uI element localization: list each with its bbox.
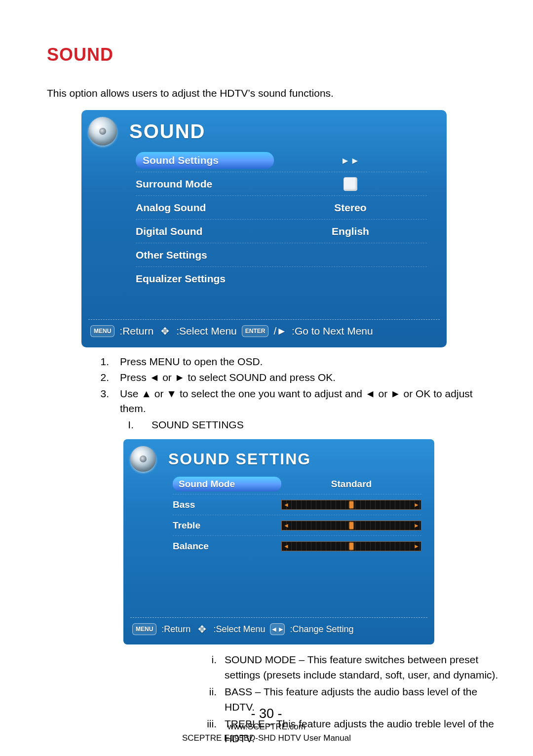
intro-text: This option allows users to adjust the H… [47, 87, 486, 99]
roman-text: SOUND MODE – This feature switches betwe… [225, 652, 501, 682]
menu-label: Sound Settings [143, 154, 219, 166]
step-number: 1. [95, 354, 109, 369]
menu-label: Analog Sound [136, 202, 206, 214]
surround-checkbox[interactable] [343, 177, 357, 191]
left-arrow-icon: ◄ [283, 522, 289, 529]
footer-return-label: :Return [161, 624, 190, 635]
dpad-icon: ✥ [195, 623, 208, 636]
setting-label: Balance [173, 541, 209, 552]
step-text: Press MENU to open the OSD. [120, 354, 486, 369]
roman-marker: i. [200, 652, 217, 682]
footer-select-label: :Select Menu [213, 624, 265, 635]
osd-setting-footer: MENU :Return ✥ :Select Menu ◄► :Change S… [123, 621, 434, 640]
menu-row-other-settings[interactable]: Other Settings [136, 243, 427, 267]
arrows-icon: ►► [341, 155, 360, 166]
page-number: - 30 - [0, 706, 533, 721]
setting-label: Bass [173, 499, 195, 510]
setting-label: Sound Mode [179, 479, 235, 490]
menu-key-icon: MENU [90, 325, 114, 337]
step-text: Use ▲ or ▼ to select the one you want to… [120, 386, 486, 416]
section-title: SOUND [47, 44, 486, 65]
menu-row-analog-sound[interactable]: Analog Sound Stereo [136, 196, 427, 220]
instruction-list: 1.Press MENU to open the OSD. 2.Press ◄ … [47, 354, 486, 432]
treble-slider[interactable]: ◄► [281, 521, 421, 530]
menu-label: Surround Mode [136, 178, 212, 190]
speaker-icon [130, 446, 156, 472]
left-right-key-icon: ◄► [270, 623, 285, 635]
right-arrow-icon: ► [414, 501, 419, 508]
substep-letter: I. [120, 417, 134, 432]
setting-row-treble[interactable]: Treble ◄► [173, 515, 421, 536]
osd-sound-screenshot: SOUND Sound Settings ►► Surround Mode An… [81, 110, 447, 347]
footer-next-label: :Go to Next Menu [292, 325, 373, 337]
footer-change-label: :Change Setting [290, 624, 353, 635]
balance-slider[interactable]: ◄► [281, 541, 421, 551]
setting-row-sound-mode[interactable]: Sound Mode Standard [173, 474, 421, 494]
step-number: 3. [95, 386, 109, 416]
footer-arrow-glyph: /► [273, 325, 287, 337]
footer-manual-title: SCEPTRE E195BD-SHD HDTV User Manual [0, 733, 533, 744]
speaker-icon [88, 117, 117, 146]
footer-select-label: :Select Menu [176, 325, 237, 337]
menu-label: Equalizer Settings [136, 273, 226, 285]
menu-row-sound-settings[interactable]: Sound Settings ►► [136, 149, 427, 172]
osd-sound-title: SOUND [129, 120, 205, 143]
menu-row-digital-sound[interactable]: Digital Sound English [136, 220, 427, 243]
analog-value: Stereo [274, 202, 427, 214]
osd-setting-title: SOUND SETTING [168, 450, 311, 468]
slider-thumb [349, 501, 353, 508]
setting-row-balance[interactable]: Balance ◄► [173, 536, 421, 557]
menu-row-equalizer-settings[interactable]: Equalizer Settings [136, 267, 427, 291]
right-arrow-icon: ► [414, 522, 419, 529]
left-arrow-icon: ◄ [283, 501, 289, 508]
menu-label: Digital Sound [136, 226, 202, 237]
slider-thumb [349, 522, 353, 529]
bass-slider[interactable]: ◄► [281, 500, 421, 510]
footer-return-label: :Return [119, 325, 153, 337]
left-arrow-icon: ◄ [283, 543, 289, 550]
osd-divider [130, 617, 427, 618]
setting-row-bass[interactable]: Bass ◄► [173, 494, 421, 515]
sound-mode-value: Standard [281, 479, 421, 490]
osd-divider [88, 319, 440, 320]
menu-row-surround-mode[interactable]: Surround Mode [136, 172, 427, 196]
menu-label: Other Settings [136, 249, 207, 261]
dpad-icon: ✥ [158, 325, 171, 338]
slider-thumb [349, 543, 353, 550]
right-arrow-icon: ► [414, 543, 419, 550]
step-text: Press ◄ or ► to select SOUND and press O… [120, 370, 486, 385]
enter-key-icon: ENTER [242, 325, 269, 337]
footer-url: www.SCEPTRE.com [0, 721, 533, 733]
osd-sound-footer: MENU :Return ✥ :Select Menu ENTER /► :Go… [81, 323, 447, 341]
setting-label: Treble [173, 520, 200, 531]
menu-key-icon: MENU [132, 623, 156, 635]
osd-sound-setting-screenshot: SOUND SETTING Sound Mode Standard Bass ◄… [123, 439, 434, 644]
page-footer: www.SCEPTRE.com SCEPTRE E195BD-SHD HDTV … [0, 721, 533, 744]
step-number: 2. [95, 370, 109, 385]
digital-value: English [274, 226, 427, 237]
substep-text: SOUND SETTINGS [152, 417, 486, 432]
